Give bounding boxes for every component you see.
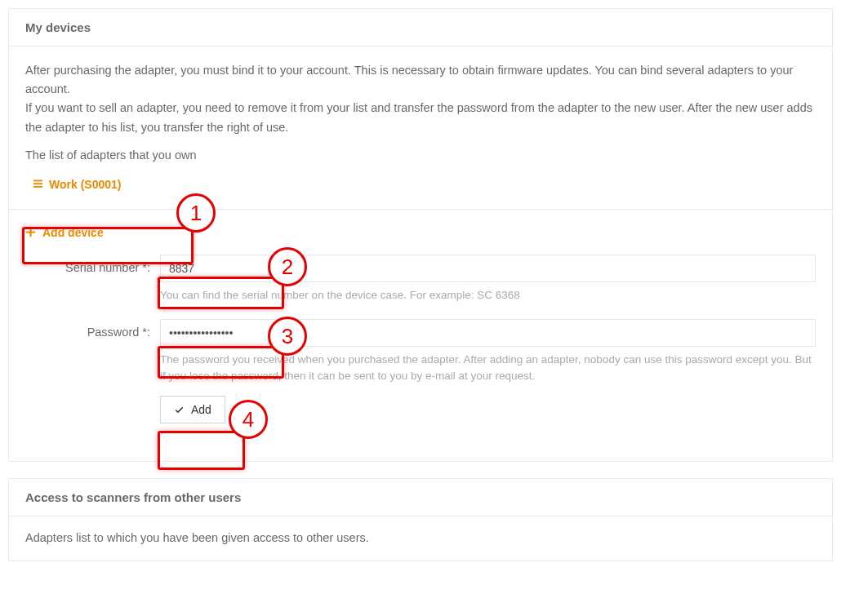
owned-list-label: The list of adapters that you own — [25, 148, 816, 162]
serial-hint: You can find the serial number on the de… — [160, 287, 816, 304]
device-item-work[interactable]: Work (S0001) — [25, 173, 127, 197]
add-device-link[interactable]: Add device — [25, 226, 104, 239]
device-icon — [32, 178, 44, 190]
password-label: Password *: — [25, 319, 160, 339]
panel-title: My devices — [9, 9, 832, 47]
serial-input[interactable] — [160, 255, 816, 282]
svg-rect-2 — [33, 186, 42, 188]
add-button-label: Add — [191, 403, 211, 416]
intro-text: After purchasing the adapter, you must b… — [25, 61, 816, 137]
serial-row: Serial number *: You can find the serial… — [25, 255, 816, 304]
svg-rect-0 — [33, 180, 42, 182]
my-devices-panel: My devices After purchasing the adapter,… — [8, 8, 833, 462]
device-item-label: Work (S0001) — [49, 178, 121, 191]
check-icon — [174, 405, 185, 415]
password-hint: The password you received when you purch… — [160, 352, 816, 385]
add-button[interactable]: Add — [160, 396, 225, 423]
access-panel-body: Adapters list to which you have been giv… — [25, 531, 816, 544]
submit-row: Add — [25, 396, 816, 423]
plus-icon — [25, 227, 36, 237]
serial-label: Serial number *: — [25, 255, 160, 274]
access-panel: Access to scanners from other users Adap… — [8, 478, 833, 561]
password-row: Password *: The password you received wh… — [25, 319, 816, 385]
svg-rect-1 — [33, 184, 42, 185]
access-panel-title: Access to scanners from other users — [9, 479, 832, 516]
password-input[interactable] — [160, 319, 816, 347]
add-device-label: Add device — [42, 226, 104, 239]
